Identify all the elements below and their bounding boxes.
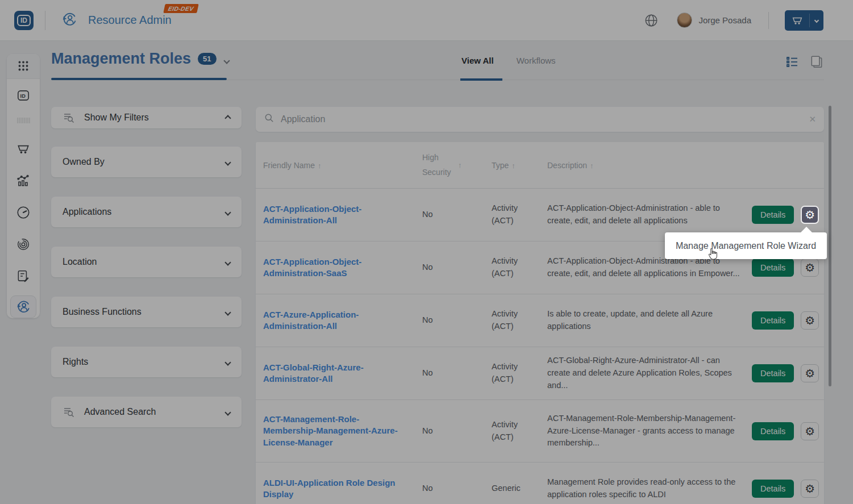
gear-tooltip: Manage Management Role Wizard bbox=[665, 232, 827, 259]
gear-icon[interactable]: ⚙ bbox=[801, 206, 819, 224]
tooltip-text: Manage Management Role Wizard bbox=[676, 241, 816, 251]
cursor-pointer-icon bbox=[706, 248, 719, 264]
